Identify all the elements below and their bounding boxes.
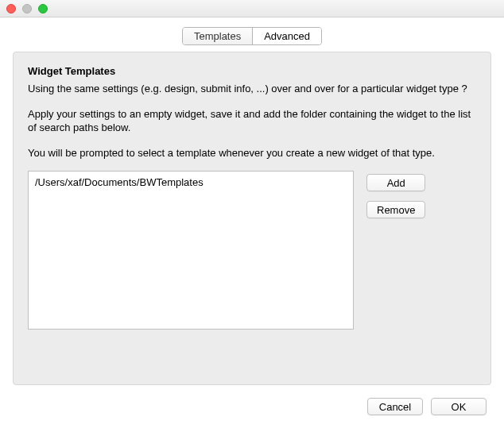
description-3: You will be prompted to select a templat…	[28, 146, 476, 160]
section-title: Widget Templates	[28, 65, 476, 77]
advanced-panel: Widget Templates Using the same settings…	[13, 52, 491, 385]
list-buttons: Add Remove	[366, 171, 425, 330]
paths-row: /Users/xaf/Documents/BWTemplates Add Rem…	[28, 171, 476, 330]
description-1: Using the same settings (e.g. design, su…	[28, 82, 476, 96]
description-2: Apply your settings to an empty widget, …	[28, 107, 476, 135]
list-item[interactable]: /Users/xaf/Documents/BWTemplates	[35, 176, 347, 188]
segmented-control: Templates Advanced	[182, 27, 322, 45]
tab-advanced[interactable]: Advanced	[252, 28, 321, 44]
window-body: Templates Advanced Widget Templates Usin…	[0, 17, 504, 398]
minimize-icon	[22, 4, 32, 13]
dialog-footer: Cancel OK	[367, 398, 487, 415]
close-icon[interactable]	[6, 4, 16, 13]
add-button[interactable]: Add	[366, 174, 425, 191]
remove-button[interactable]: Remove	[366, 201, 425, 218]
cancel-button[interactable]: Cancel	[367, 398, 423, 415]
titlebar	[0, 0, 504, 17]
search-paths-list[interactable]: /Users/xaf/Documents/BWTemplates	[28, 171, 354, 330]
zoom-icon[interactable]	[38, 4, 48, 13]
ok-button[interactable]: OK	[431, 398, 487, 415]
tab-templates[interactable]: Templates	[183, 28, 252, 44]
tab-bar: Templates Advanced	[13, 27, 491, 45]
